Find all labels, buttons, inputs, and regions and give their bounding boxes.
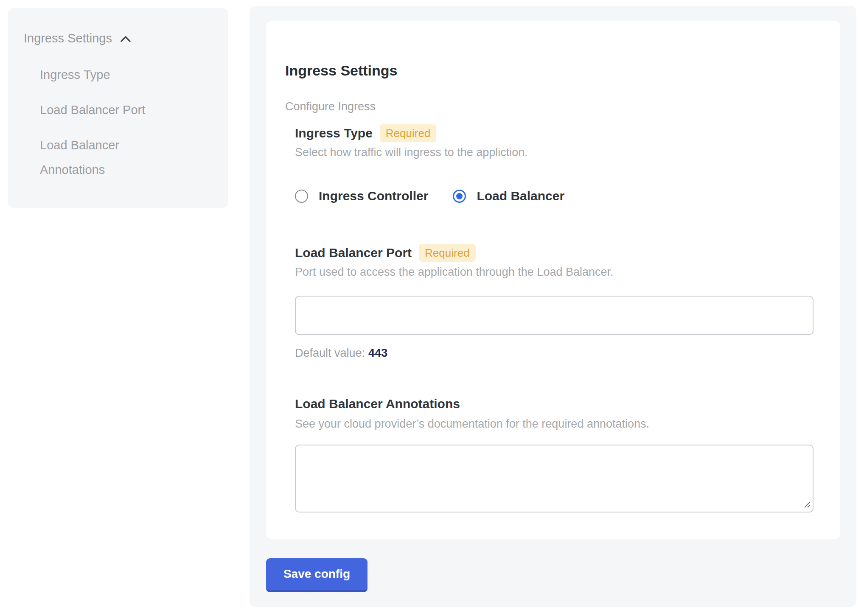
load-balancer-port-label: Load Balancer Port [295,245,412,261]
ingress-settings-card: Ingress Settings Configure Ingress Ingre… [266,21,840,539]
load-balancer-annotations-description: See your cloud provider’s documentation … [295,417,649,431]
required-badge: Required [380,124,437,142]
sidebar-item-label: Ingress Settings [24,31,112,46]
radio-load-balancer[interactable] [453,190,466,203]
main-panel: Ingress Settings Configure Ingress Ingre… [250,6,856,607]
load-balancer-port-input[interactable] [295,296,814,335]
ingress-type-radio-group: Ingress Controller Load Balancer [295,189,564,203]
radio-label-ingress-controller: Ingress Controller [319,189,428,203]
page-subtitle: Configure Ingress [285,100,376,113]
sidebar-item-load-balancer-annotations[interactable]: Load Balancer Annotations [40,133,171,182]
sidebar-item-load-balancer-port[interactable]: Load Balancer Port [40,98,171,122]
page: Ingress Settings Ingress Type Load Balan… [0,0,864,616]
load-balancer-annotations-field [295,445,814,512]
save-config-button[interactable]: Save config [266,558,367,592]
load-balancer-port-description: Port used to access the application thro… [295,265,614,279]
default-value-label: Default value: [295,347,365,359]
default-value-number: 443 [368,347,387,359]
sidebar-item-ingress-type[interactable]: Ingress Type [40,62,171,87]
default-value-line: Default value:443 [295,346,387,360]
load-balancer-annotations-header: Load Balancer Annotations [295,396,460,412]
ingress-type-description: Select how traffic will ingress to the a… [295,145,528,160]
ingress-type-header: Ingress Type Required [295,124,436,142]
radio-option-ingress-controller[interactable]: Ingress Controller [295,189,428,203]
settings-nav-sidebar: Ingress Settings Ingress Type Load Balan… [8,8,228,208]
sidebar-item-ingress-settings[interactable]: Ingress Settings [24,31,132,46]
load-balancer-port-header: Load Balancer Port Required [295,244,476,262]
page-title: Ingress Settings [285,62,398,79]
required-badge: Required [419,244,476,262]
ingress-type-label: Ingress Type [295,125,373,141]
load-balancer-annotations-label: Load Balancer Annotations [295,396,460,412]
radio-ingress-controller[interactable] [295,190,308,203]
chevron-up-icon[interactable] [120,35,132,43]
load-balancer-annotations-input[interactable] [295,445,814,512]
radio-option-load-balancer[interactable]: Load Balancer [453,189,564,203]
radio-label-load-balancer: Load Balancer [477,189,564,203]
